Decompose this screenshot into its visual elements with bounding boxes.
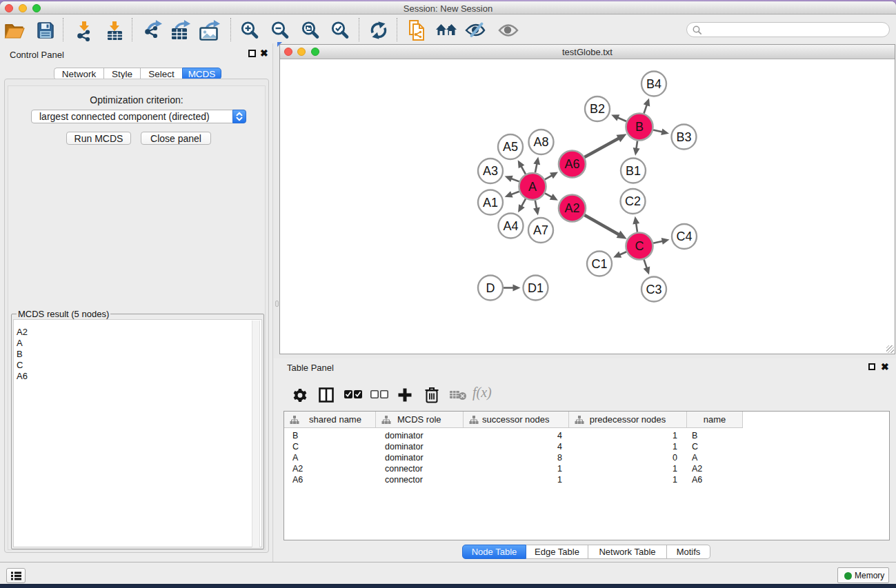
- svg-text:A5: A5: [503, 140, 518, 154]
- svg-text:A4: A4: [503, 219, 518, 233]
- svg-text:A7: A7: [533, 223, 548, 237]
- svg-text:A: A: [528, 180, 537, 194]
- svg-text:D: D: [486, 281, 495, 295]
- svg-text:C1: C1: [591, 257, 607, 271]
- svg-text:C4: C4: [676, 230, 692, 243]
- svg-text:C2: C2: [625, 194, 641, 208]
- svg-text:B1: B1: [626, 164, 641, 178]
- svg-text:A1: A1: [483, 196, 498, 210]
- svg-text:C: C: [635, 239, 644, 253]
- svg-text:B4: B4: [646, 77, 661, 91]
- svg-text:A6: A6: [564, 157, 579, 171]
- svg-text:A3: A3: [483, 164, 498, 178]
- svg-text:B3: B3: [676, 130, 691, 144]
- svg-text:C3: C3: [646, 283, 661, 296]
- svg-text:A2: A2: [564, 201, 579, 215]
- svg-text:B2: B2: [590, 102, 605, 116]
- svg-text:D1: D1: [528, 281, 544, 295]
- svg-text:B: B: [635, 120, 644, 134]
- svg-text:A8: A8: [533, 135, 548, 149]
